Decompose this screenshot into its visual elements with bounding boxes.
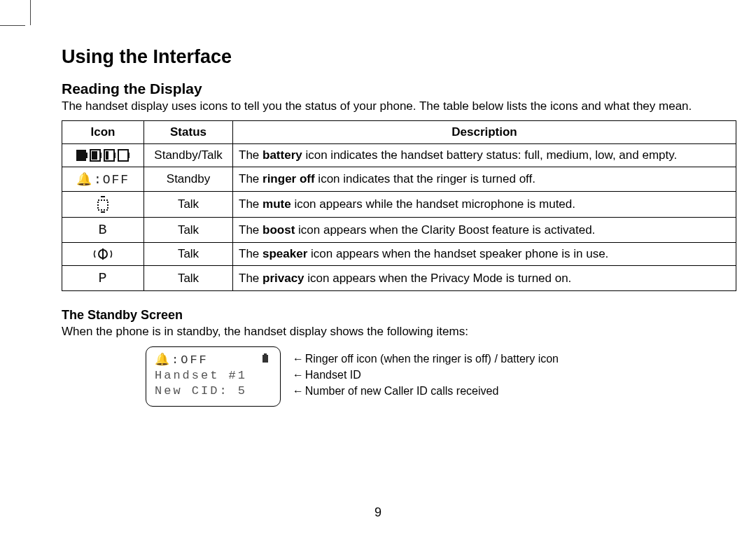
standby-paragraph: When the phone is in standby, the handse… bbox=[62, 324, 736, 339]
desc-pre: The bbox=[239, 247, 262, 260]
desc-pre: The bbox=[239, 172, 262, 185]
lcd-callouts: ←Ringer off icon (when the ringer is off… bbox=[291, 351, 559, 400]
svg-rect-0 bbox=[76, 150, 86, 161]
desc-pre: The bbox=[239, 197, 262, 211]
description-cell: The privacy icon appears when the Privac… bbox=[233, 266, 736, 291]
svg-rect-3 bbox=[100, 153, 102, 158]
desc-pre: The bbox=[239, 272, 262, 285]
speaker-svg bbox=[92, 247, 113, 261]
ringer-off-icon: 🔔:OFF bbox=[62, 167, 144, 192]
mute-icon bbox=[62, 192, 144, 218]
table-row: Talk The speaker icon appears when the h… bbox=[62, 243, 736, 266]
lcd-screen: 🔔:OFF Handset #1 New CID: 5 bbox=[146, 346, 281, 407]
status-cell: Talk bbox=[144, 192, 233, 218]
svg-rect-12 bbox=[101, 211, 105, 213]
svg-rect-6 bbox=[114, 153, 115, 158]
svg-rect-8 bbox=[118, 150, 128, 161]
battery-levels-icon bbox=[62, 144, 144, 167]
svg-rect-1 bbox=[86, 153, 88, 158]
svg-rect-15 bbox=[262, 355, 268, 363]
status-cell: Talk bbox=[144, 218, 233, 243]
description-cell: The boost icon appears when the Clarity … bbox=[233, 218, 736, 243]
ringer-off-text: OFF bbox=[103, 173, 130, 187]
arrow-left-icon: ← bbox=[291, 367, 305, 383]
speaker-icon bbox=[62, 243, 144, 266]
svg-rect-16 bbox=[264, 353, 267, 355]
description-cell: The mute icon appears while the handset … bbox=[233, 192, 736, 218]
callout-1: Ringer off icon (when the ringer is off)… bbox=[305, 353, 559, 365]
callout-line: ←Handset ID bbox=[291, 367, 559, 383]
table-row: P Talk The privacy icon appears when the… bbox=[62, 266, 736, 291]
status-cell: Standby/Talk bbox=[144, 144, 233, 167]
battery-levels-svg bbox=[76, 148, 130, 162]
status-cell: Talk bbox=[144, 243, 233, 266]
desc-pre: The bbox=[239, 148, 262, 162]
arrow-left-icon: ← bbox=[291, 351, 305, 367]
section-heading: Reading the Display bbox=[62, 80, 736, 97]
desc-post: icon indicates that the ringer is turned… bbox=[315, 172, 536, 185]
table-row: B Talk The boost icon appears when the C… bbox=[62, 218, 736, 243]
bell-icon: 🔔 bbox=[76, 173, 93, 187]
desc-pre: The bbox=[239, 223, 262, 237]
lcd-handset-id: Handset #1 bbox=[155, 368, 270, 384]
description-cell: The battery icon indicates the handset b… bbox=[233, 144, 736, 167]
page-title: Using the Interface bbox=[62, 46, 736, 68]
arrow-left-icon: ← bbox=[291, 383, 305, 399]
svg-rect-9 bbox=[128, 153, 130, 158]
lcd-battery-icon bbox=[262, 353, 270, 368]
desc-bold: speaker bbox=[262, 247, 307, 260]
desc-bold: battery bbox=[262, 148, 302, 162]
mute-svg bbox=[97, 196, 109, 213]
boost-icon: B bbox=[62, 218, 144, 243]
intro-paragraph: The handset display uses icons to tell y… bbox=[62, 99, 736, 113]
privacy-letter: P bbox=[98, 270, 107, 286]
callout-3: Number of new Caller ID calls received bbox=[305, 385, 499, 397]
description-cell: The ringer off icon indicates that the r… bbox=[233, 167, 736, 192]
desc-post: icon appears when the Clarity Boost feat… bbox=[295, 223, 595, 237]
icon-description-table: Icon Status Description bbox=[62, 120, 736, 291]
description-cell: The speaker icon appears when the handse… bbox=[233, 243, 736, 266]
table-row: Talk The mute icon appears while the han… bbox=[62, 192, 736, 218]
desc-post: icon appears while the handset microphon… bbox=[291, 197, 575, 211]
lcd-new-cid: New CID: 5 bbox=[155, 384, 270, 399]
th-description: Description bbox=[233, 121, 736, 144]
table-row: Standby/Talk The battery icon indicates … bbox=[62, 144, 736, 167]
manual-page: Using the Interface Reading the Display … bbox=[0, 0, 756, 548]
th-icon: Icon bbox=[62, 121, 144, 144]
page-content: Using the Interface Reading the Display … bbox=[62, 46, 736, 407]
boost-letter: B bbox=[98, 222, 107, 238]
status-cell: Talk bbox=[144, 266, 233, 291]
desc-post: icon appears when the handset speaker ph… bbox=[307, 247, 608, 260]
callout-2: Handset ID bbox=[305, 369, 361, 381]
crop-mark-vertical bbox=[30, 0, 31, 25]
desc-bold: mute bbox=[262, 197, 291, 211]
desc-post: icon indicates the handset battery statu… bbox=[302, 148, 677, 162]
page-number: 9 bbox=[0, 505, 756, 520]
th-status: Status bbox=[144, 121, 233, 144]
svg-rect-7 bbox=[106, 151, 108, 160]
desc-bold: boost bbox=[262, 223, 295, 237]
svg-rect-10 bbox=[101, 196, 105, 197]
status-cell: Standby bbox=[144, 167, 233, 192]
table-row: 🔔:OFF Standby The ringer off icon indica… bbox=[62, 167, 736, 192]
desc-bold: ringer off bbox=[262, 172, 315, 185]
callout-line: ←Ringer off icon (when the ringer is off… bbox=[291, 351, 559, 367]
standby-subheading: The Standby Screen bbox=[62, 308, 736, 323]
crop-mark-horizontal bbox=[0, 25, 25, 26]
lcd-ringer-off: 🔔:OFF bbox=[155, 353, 209, 368]
standby-diagram: 🔔:OFF Handset #1 New CID: 5 ←Ringer off … bbox=[146, 346, 736, 407]
svg-rect-4 bbox=[92, 151, 97, 160]
privacy-icon: P bbox=[62, 266, 144, 291]
table-header-row: Icon Status Description bbox=[62, 121, 736, 144]
svg-rect-11 bbox=[98, 200, 108, 210]
callout-line: ←Number of new Caller ID calls received bbox=[291, 383, 559, 399]
desc-post: icon appears when the Privacy Mode is tu… bbox=[304, 272, 572, 285]
desc-bold: privacy bbox=[262, 272, 304, 285]
